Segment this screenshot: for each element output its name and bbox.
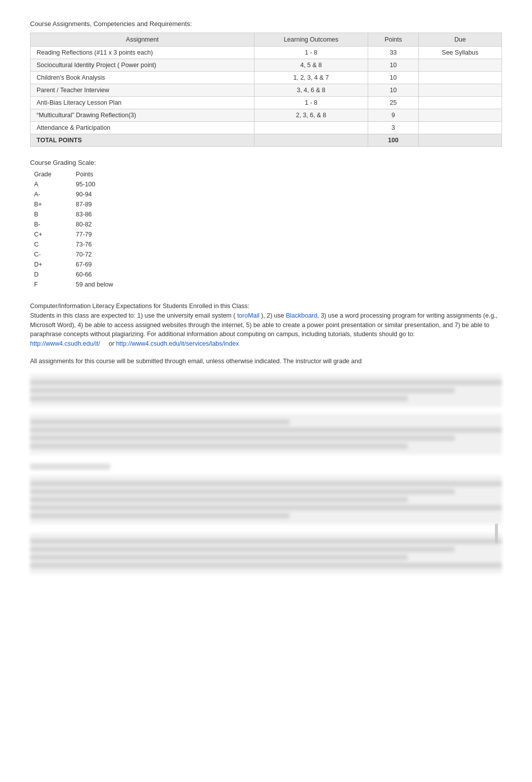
table-row: Attendance & Participation3 — [31, 122, 502, 134]
cell-grade: C+ — [30, 229, 72, 239]
cell-grade: C — [30, 239, 72, 249]
cell-points: 33 — [368, 47, 418, 59]
cell-outcomes — [254, 122, 368, 134]
grading-table: Grade Points A95-100A-90-94B+87-89B83-86… — [30, 169, 140, 290]
redacted-body-3 — [30, 533, 502, 574]
grade-row: D+67-69 — [30, 259, 140, 270]
grade-col-header: Grade — [30, 169, 72, 179]
page-wrapper: Course Assignments, Competencies and Req… — [30, 20, 502, 574]
cell-points: 3 — [368, 122, 418, 134]
cell-due: See Syllabus — [419, 47, 502, 59]
grade-row: C-70-72 — [30, 249, 140, 259]
cell-grade-points: 67-69 — [72, 259, 140, 270]
redacted-body-2 — [30, 475, 502, 524]
section-title: Course Assignments, Competencies and Req… — [30, 20, 502, 28]
grading-scale-title: Course Grading Scale: — [30, 159, 502, 166]
csudh-link1[interactable]: http://www4.csudh.edu/it/ — [30, 340, 100, 347]
cell-grade: B+ — [30, 199, 72, 209]
grade-row: A95-100 — [30, 179, 140, 189]
cell-due — [419, 134, 502, 147]
grade-row: A-90-94 — [30, 189, 140, 199]
redacted-title-2 — [30, 463, 110, 470]
cell-grade: C- — [30, 249, 72, 259]
cell-outcomes — [254, 134, 368, 147]
cell-due — [419, 84, 502, 97]
cell-grade: A — [30, 179, 72, 189]
cell-grade-points: 83-86 — [72, 209, 140, 219]
cell-assignment: “Multicultural” Drawing Reflection(3) — [31, 109, 254, 122]
computer-literacy-body-start: Students in this class are expected to: … — [30, 312, 497, 338]
cell-points: 10 — [368, 72, 418, 84]
col-header-outcomes: Learning Outcomes — [254, 33, 368, 47]
cell-grade: F — [30, 280, 72, 290]
redacted-block-1 — [30, 374, 502, 407]
csudh-link2[interactable]: http://www4.csudh.edu/it/services/labs/i… — [116, 340, 239, 347]
grade-row: F59 and below — [30, 280, 140, 290]
cell-outcomes: 4, 5 & 8 — [254, 59, 368, 72]
cell-grade: B- — [30, 219, 72, 229]
cell-points: 9 — [368, 109, 418, 122]
table-row: TOTAL POINTS100 — [31, 134, 502, 147]
cell-assignment: Anti-Bias Literacy Lesson Plan — [31, 97, 254, 109]
cell-grade-points: 90-94 — [72, 189, 140, 199]
points-col-header: Points — [72, 169, 140, 179]
col-header-points: Points — [368, 33, 418, 47]
cell-assignment: Attendance & Participation — [31, 122, 254, 134]
cell-points: 10 — [368, 59, 418, 72]
cell-assignment: TOTAL POINTS — [31, 134, 254, 147]
grading-scale-section: Course Grading Scale: Grade Points A95-1… — [30, 159, 502, 290]
cell-grade-points: 60-66 — [72, 270, 140, 280]
cell-due — [419, 72, 502, 84]
table-row: Sociocultural Identity Project ( Power p… — [31, 59, 502, 72]
assignments-note: All assignments for this course will be … — [30, 358, 362, 365]
cell-points: 100 — [368, 134, 418, 147]
cell-due — [419, 109, 502, 122]
grade-row: B+87-89 — [30, 199, 140, 209]
blackboard-link[interactable]: Blackboard — [286, 312, 318, 319]
cell-grade-points: 70-72 — [72, 249, 140, 259]
cell-assignment: Reading Reflections (#11 x 3 points each… — [31, 47, 254, 59]
cell-assignment: Sociocultural Identity Project ( Power p… — [31, 59, 254, 72]
grade-row: B-80-82 — [30, 219, 140, 229]
grade-row: D60-66 — [30, 270, 140, 280]
cell-outcomes: 1 - 8 — [254, 97, 368, 109]
cell-grade: B — [30, 209, 72, 219]
table-row: Reading Reflections (#11 x 3 points each… — [31, 47, 502, 59]
cell-grade: D — [30, 270, 72, 280]
cell-assignment: Children's Book Analysis — [31, 72, 254, 84]
table-row: Anti-Bias Literacy Lesson Plan1 - 825 — [31, 97, 502, 109]
cell-outcomes: 1 - 8 — [254, 47, 368, 59]
table-row: Children's Book Analysis1, 2, 3, 4 & 710 — [31, 72, 502, 84]
cell-due — [419, 97, 502, 109]
cell-due — [419, 59, 502, 72]
redacted-section-3 — [30, 533, 502, 574]
assignments-note-section: All assignments for this course will be … — [30, 357, 502, 366]
cell-grade-points: 95-100 — [72, 179, 140, 189]
grade-row: C+77-79 — [30, 229, 140, 239]
toromail-link[interactable]: toroMail — [237, 312, 259, 319]
redacted-section-2 — [30, 463, 502, 524]
cell-grade: D+ — [30, 259, 72, 270]
cell-points: 25 — [368, 97, 418, 109]
link-separator: or — [109, 340, 114, 347]
cell-assignment: Parent / Teacher Interview — [31, 84, 254, 97]
redacted-section-1 — [30, 414, 502, 454]
cell-grade: A- — [30, 189, 72, 199]
cell-outcomes: 3, 4, 6 & 8 — [254, 84, 368, 97]
grade-row: B83-86 — [30, 209, 140, 219]
cell-grade-points: 73-76 — [72, 239, 140, 249]
cell-grade-points: 87-89 — [72, 199, 140, 209]
computer-literacy-title: Computer/Information Literacy Expectatio… — [30, 303, 249, 310]
cell-points: 10 — [368, 84, 418, 97]
redacted-body-1 — [30, 414, 502, 454]
cell-grade-points: 80-82 — [72, 219, 140, 229]
scrollbar[interactable] — [495, 524, 498, 544]
col-header-assignment: Assignment — [31, 33, 254, 47]
table-row: “Multicultural” Drawing Reflection(3)2, … — [31, 109, 502, 122]
computer-literacy-section: Computer/Information Literacy Expectatio… — [30, 302, 502, 349]
table-row: Parent / Teacher Interview3, 4, 6 & 810 — [31, 84, 502, 97]
cell-outcomes: 1, 2, 3, 4 & 7 — [254, 72, 368, 84]
cell-grade-points: 59 and below — [72, 280, 140, 290]
col-header-due: Due — [419, 33, 502, 47]
cell-due — [419, 122, 502, 134]
